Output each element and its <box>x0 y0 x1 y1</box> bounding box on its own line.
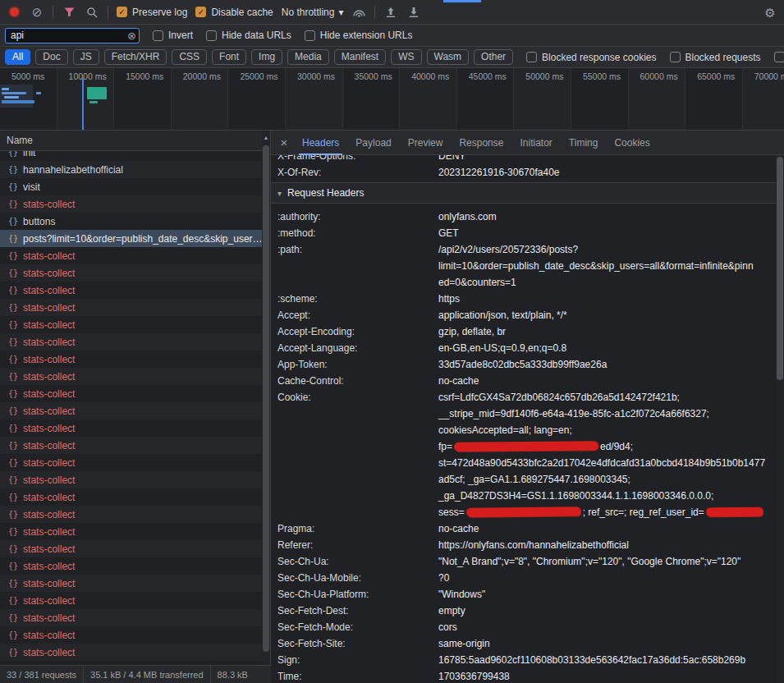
search-button[interactable] <box>85 5 99 20</box>
overview-tick-label: 45000 ms <box>469 71 507 81</box>
request-row[interactable]: {}posts?limit=10&order=publish_date_desc… <box>0 230 262 247</box>
header-name: Accept-Language: <box>277 340 438 356</box>
filter-chip-wasm[interactable]: Wasm <box>427 49 470 65</box>
scrollbar-thumb[interactable] <box>263 145 269 652</box>
request-name: stats-collect <box>23 526 75 538</box>
filter-chip-ws[interactable]: WS <box>391 49 421 65</box>
request-row[interactable]: {}visit <box>0 178 262 195</box>
request-row[interactable]: {}stats-collect <box>0 540 262 557</box>
name-column-header[interactable]: Name <box>0 131 270 151</box>
request-row[interactable]: {}stats-collect <box>0 333 262 351</box>
filter-button[interactable] <box>62 5 76 20</box>
header-name: Accept: <box>277 307 438 323</box>
request-row[interactable]: {}stats-collect <box>0 402 262 419</box>
request-row[interactable]: {}stats-collect <box>0 316 262 333</box>
request-row[interactable]: {}stats-collect <box>0 557 262 575</box>
overview-column: 15000 ms <box>114 68 172 130</box>
request-type-icon: {} <box>8 510 18 519</box>
filter-chip-font[interactable]: Font <box>212 49 246 65</box>
request-row[interactable]: {}stats-collect <box>0 644 262 661</box>
request-row[interactable]: {}stats-collect <box>0 506 262 523</box>
disable-cache-checkbox[interactable]: ✓ Disable cache <box>195 7 273 18</box>
checkbox-unchecked-icon <box>670 52 681 62</box>
export-har-button[interactable] <box>406 5 421 20</box>
tab-headers[interactable]: Headers <box>294 131 347 155</box>
request-row[interactable]: {}stats-collect <box>0 523 262 540</box>
request-headers-section[interactable]: ▾ Request Headers <box>271 183 776 204</box>
clear-filter-icon[interactable]: ⊗ <box>127 30 136 43</box>
tab-timing[interactable]: Timing <box>561 131 607 155</box>
tab-initiator[interactable]: Initiator <box>511 131 560 155</box>
record-button[interactable] <box>7 5 21 20</box>
request-row[interactable]: {}stats-collect <box>0 626 262 644</box>
filter-chip-css[interactable]: CSS <box>172 49 207 65</box>
header-name: Sec-Fetch-Dest: <box>277 603 438 619</box>
filter-chip-js[interactable]: JS <box>73 49 99 65</box>
tab-cookies[interactable]: Cookies <box>606 131 658 155</box>
filter-input[interactable] <box>5 28 140 44</box>
request-row[interactable]: {}buttons <box>0 213 262 230</box>
invert-checkbox[interactable]: Invert <box>153 30 193 41</box>
checkbox-blocked-requests[interactable]: Blocked requests <box>670 52 761 63</box>
checkbox-blocked-response-cookies[interactable]: Blocked response cookies <box>526 52 656 63</box>
filter-chip-manifest[interactable]: Manifest <box>334 49 386 65</box>
tab-response[interactable]: Response <box>451 131 511 155</box>
overview-timeline[interactable]: 5000 ms10000 ms15000 ms20000 ms25000 ms3… <box>0 68 784 131</box>
preserve-log-checkbox[interactable]: ✓ Preserve log <box>117 7 187 18</box>
request-row[interactable]: {}stats-collect <box>0 575 262 592</box>
checkbox-3rd-party-requests[interactable]: 3rd-party requests <box>774 52 784 63</box>
request-row[interactable]: {}stats-collect <box>0 282 262 299</box>
request-row[interactable]: {}stats-collect <box>0 454 262 471</box>
settings-button[interactable]: ⚙ <box>763 5 777 20</box>
filter-chip-media[interactable]: Media <box>287 49 329 65</box>
request-row[interactable]: {}stats-collect <box>0 299 262 316</box>
waterfall-bar <box>2 100 34 103</box>
request-row[interactable]: {}stats-collect <box>0 471 262 488</box>
request-list-scrollbar[interactable]: ▲ <box>262 131 270 665</box>
overview-column: 70000 ms <box>743 68 784 130</box>
filter-chip-all[interactable]: All <box>5 49 30 65</box>
throttling-dropdown[interactable]: No throttling ▾ <box>282 7 344 18</box>
request-row[interactable]: {}stats-collect <box>0 592 262 609</box>
header-row: Sec-Fetch-Mode:cors <box>271 619 776 635</box>
request-row[interactable]: {}stats-collect <box>0 437 262 454</box>
request-row[interactable]: {}stats-collect <box>0 195 262 213</box>
request-row[interactable]: {}init <box>0 151 262 161</box>
hide-extension-urls-checkbox[interactable]: Hide extension URLs <box>305 30 413 41</box>
overview-selection-line[interactable] <box>82 78 84 131</box>
request-name: stats-collect <box>23 388 75 400</box>
clear-network-log-button[interactable]: ⊘ <box>30 5 44 20</box>
request-row[interactable]: {}stats-collect <box>0 247 262 264</box>
network-conditions-button[interactable] <box>351 5 366 20</box>
request-row[interactable]: {}stats-collect <box>0 488 262 506</box>
details-scrollbar[interactable] <box>776 155 784 683</box>
request-row[interactable]: {}stats-collect <box>0 609 262 626</box>
request-row[interactable]: {}stats-collect <box>0 264 262 282</box>
scrollbar-thumb[interactable] <box>777 157 783 380</box>
request-row[interactable]: {}hannahelizabethofficial <box>0 161 262 178</box>
request-row[interactable]: {}stats-collect <box>0 351 262 368</box>
filter-chip-other[interactable]: Other <box>474 49 513 65</box>
overview-tick-label: 70000 ms <box>754 71 784 81</box>
request-row[interactable]: {}stats-collect <box>0 419 262 437</box>
header-row: Accept-Language:en-GB,en-US;q=0.9,en;q=0… <box>271 340 776 356</box>
overview-tick-label: 25000 ms <box>240 71 277 81</box>
overview-column: 35000 ms <box>343 68 401 130</box>
requests-count: 33 / 381 requests <box>0 666 84 683</box>
import-har-button[interactable] <box>383 5 398 20</box>
header-name: :method: <box>277 225 438 241</box>
request-type-icon: {} <box>8 475 18 484</box>
filter-chip-doc[interactable]: Doc <box>35 49 67 65</box>
request-row[interactable]: {}stats-collect <box>0 385 262 402</box>
header-row: Sign:16785:5aad9602cf110608b03133de56364… <box>271 652 776 668</box>
filter-chip-img[interactable]: Img <box>251 49 282 65</box>
overview-tick-label: 60000 ms <box>640 71 678 81</box>
overview-column: 60000 ms <box>629 68 686 130</box>
filter-chip-fetch-xhr[interactable]: Fetch/XHR <box>104 49 167 65</box>
tab-payload[interactable]: Payload <box>347 131 399 155</box>
request-row[interactable]: {}stats-collect <box>0 368 262 385</box>
close-icon[interactable]: × <box>274 135 294 149</box>
hide-data-urls-checkbox[interactable]: Hide data URLs <box>206 30 291 41</box>
overview-column: 55000 ms <box>571 68 629 130</box>
tab-preview[interactable]: Preview <box>400 131 452 155</box>
